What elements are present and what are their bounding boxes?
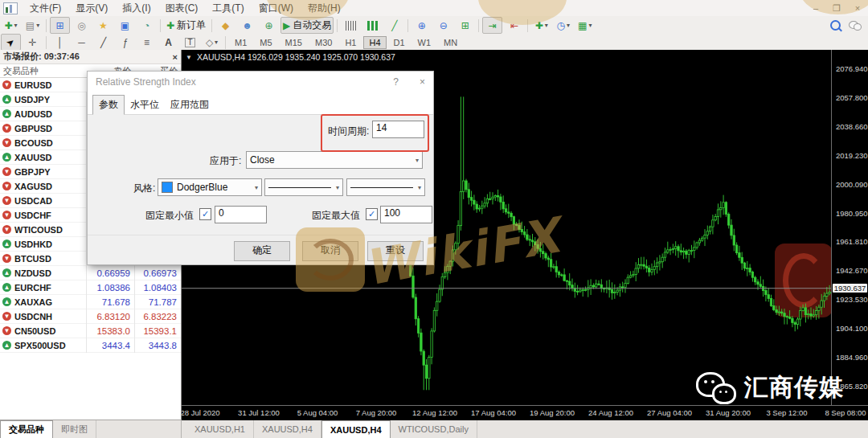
shapes-button[interactable]: ◇▾ bbox=[202, 34, 222, 51]
dialog-tab-参数[interactable]: 参数 bbox=[92, 95, 125, 115]
chat-bubbles-icon[interactable] bbox=[849, 21, 862, 31]
timeframe-mn[interactable]: MN bbox=[438, 36, 463, 49]
close-icon[interactable]: × bbox=[173, 52, 178, 62]
market-watch-row[interactable]: ▲NZDUSD0.669590.66973 bbox=[0, 266, 181, 280]
dialog-tab-应用范围[interactable]: 应用范围 bbox=[165, 96, 215, 114]
hline-button[interactable]: ─ bbox=[72, 34, 92, 51]
dialog-tab-水平位[interactable]: 水平位 bbox=[125, 96, 165, 114]
search-icon[interactable] bbox=[830, 20, 841, 31]
data-window-button[interactable]: ◎ bbox=[72, 17, 92, 34]
apply-to-select[interactable]: Close ▾ bbox=[246, 151, 423, 169]
fibonacci-icon: ƒ bbox=[122, 38, 128, 47]
terminal-button[interactable]: ▣ bbox=[115, 17, 135, 34]
fixed-max-checkbox[interactable]: ✓ bbox=[366, 208, 378, 220]
market-watch-row[interactable]: ▼CN50USD15383.015393.1 bbox=[0, 324, 181, 338]
new-chart-button[interactable]: ✚▾ bbox=[1, 17, 21, 34]
history-center-button[interactable]: ◆ bbox=[215, 17, 235, 34]
market-watch-row[interactable]: ▲EURCHF1.083861.08403 bbox=[0, 280, 181, 295]
crosshair-button[interactable]: ✛ bbox=[23, 34, 43, 51]
tile-windows-button[interactable]: ⊞ bbox=[455, 17, 475, 34]
vline-button[interactable]: │ bbox=[50, 34, 70, 51]
menu-item-6[interactable]: 帮助(H) bbox=[301, 0, 348, 17]
panel-tab-即时图[interactable]: 即时图 bbox=[53, 420, 96, 438]
channels-button[interactable]: ≡ bbox=[137, 34, 157, 51]
strategy-tester-button[interactable]: ◔ bbox=[137, 17, 157, 34]
market-watch-row[interactable]: ▼USDCNH6.831206.83223 bbox=[0, 309, 181, 324]
toolbar-separator bbox=[46, 19, 47, 32]
autotrading-button[interactable]: ▶自动交易 bbox=[280, 17, 334, 34]
restore-button[interactable]: ❐ bbox=[826, 2, 847, 14]
metaeditor-button[interactable]: ☻ bbox=[237, 17, 257, 34]
market-watch-row[interactable]: ▲SPX500USD3443.43443.8 bbox=[0, 338, 181, 353]
time-axis[interactable]: 28 Jul 202031 Jul 12:005 Aug 04:007 Aug … bbox=[182, 405, 868, 420]
ok-button[interactable]: 确定 bbox=[234, 241, 290, 261]
close-icon[interactable]: × bbox=[420, 76, 425, 88]
chart-tab-1[interactable]: XAUUSD,H4 bbox=[254, 420, 321, 438]
toolbar-separator bbox=[478, 19, 479, 32]
timeframe-w1[interactable]: W1 bbox=[412, 36, 437, 49]
timeframe-m1[interactable]: M1 bbox=[229, 36, 252, 49]
timeframe-h1[interactable]: H1 bbox=[339, 36, 362, 49]
fixed-max-input[interactable]: 100 bbox=[380, 206, 432, 223]
collapse-icon[interactable]: ▼ bbox=[186, 54, 192, 61]
fixed-min-checkbox[interactable]: ✓ bbox=[199, 208, 211, 220]
minimize-button[interactable]: – bbox=[805, 2, 826, 14]
panel-tab-交易品种[interactable]: 交易品种 bbox=[0, 420, 53, 438]
plus-doc-icon: ✚ bbox=[166, 21, 174, 31]
community-button[interactable]: ⊕ bbox=[259, 17, 279, 34]
new-order-button[interactable]: ✚新订单 bbox=[164, 17, 208, 34]
templates-button[interactable]: ▦▾ bbox=[575, 17, 595, 34]
timeframe-m5[interactable]: M5 bbox=[254, 36, 277, 49]
down-arrow-icon: ▼ bbox=[2, 254, 11, 263]
indicators-button[interactable]: ✚▾ bbox=[531, 17, 551, 34]
timeframe-h4[interactable]: H4 bbox=[363, 36, 386, 49]
timeframe-d1[interactable]: D1 bbox=[388, 36, 411, 49]
auto-scroll-button[interactable]: ⇥ bbox=[482, 17, 502, 34]
menu-item-4[interactable]: 工具(T) bbox=[205, 0, 251, 17]
cancel-button[interactable]: 取消 bbox=[302, 241, 358, 261]
up-arrow-icon: ▲ bbox=[2, 95, 11, 104]
navigator-button[interactable]: ★ bbox=[93, 17, 113, 34]
line-chart-button[interactable]: ╱ bbox=[384, 17, 404, 34]
close-button[interactable]: × bbox=[847, 2, 868, 14]
menu-item-0[interactable]: 文件(F) bbox=[23, 0, 68, 17]
trendline-button[interactable]: ╱ bbox=[93, 34, 113, 51]
chart-tab-0[interactable]: XAUUSD,H1 bbox=[186, 420, 254, 438]
menu-item-5[interactable]: 窗口(W) bbox=[252, 0, 301, 17]
help-icon[interactable]: ? bbox=[393, 76, 399, 88]
line-width-select[interactable]: ▾ bbox=[346, 178, 425, 196]
style-color-select[interactable]: DodgerBlue ▾ bbox=[158, 178, 262, 196]
bar-chart-button[interactable] bbox=[341, 17, 361, 34]
cursor-button[interactable]: ➤ bbox=[1, 34, 21, 51]
zoom-out-button[interactable]: ⊖ bbox=[433, 17, 453, 34]
play-icon: ▶ bbox=[283, 21, 290, 31]
menu-item-2[interactable]: 插入(I) bbox=[115, 0, 158, 17]
profiles-button[interactable]: ▤▾ bbox=[23, 17, 43, 34]
chart-tab-2[interactable]: XAUUSD,H4 bbox=[321, 420, 391, 438]
market-watch-button[interactable]: ⊞ bbox=[50, 17, 70, 34]
text-label-button[interactable]: T bbox=[180, 34, 200, 51]
reset-button[interactable]: 重设 bbox=[367, 241, 424, 261]
chart-tab-3[interactable]: WTICOUSD,Daily bbox=[391, 420, 477, 438]
menu-item-1[interactable]: 显示(V) bbox=[68, 0, 115, 17]
candle-chart-button[interactable] bbox=[362, 17, 383, 34]
fibonacci-button[interactable]: ƒ bbox=[115, 34, 135, 51]
zoom-in-button[interactable]: ⊕ bbox=[411, 17, 432, 34]
fixed-min-input[interactable]: 0 bbox=[215, 206, 267, 223]
symbol-cell: ▼GBPUSD bbox=[0, 124, 86, 133]
symbol-name: XAUXAG bbox=[14, 297, 52, 307]
chevron-down-icon: ▾ bbox=[255, 184, 258, 191]
indicators-icon: ✚ bbox=[535, 21, 543, 31]
symbol-name: BCOUSD bbox=[14, 138, 53, 148]
timeframe-m30[interactable]: M30 bbox=[309, 36, 338, 49]
timeframe-buttons: M1M5M15M30H1H4D1W1MN bbox=[228, 36, 464, 49]
timeframe-m15[interactable]: M15 bbox=[280, 36, 308, 49]
periods-button[interactable]: ◷▾ bbox=[553, 17, 573, 34]
column-symbol[interactable]: 交易品种 bbox=[0, 65, 86, 77]
text-button[interactable]: A bbox=[158, 34, 178, 51]
price-axis[interactable]: 2076.9402057.8002038.6602019.2302000.090… bbox=[831, 50, 868, 406]
menu-item-3[interactable]: 图表(C) bbox=[158, 0, 206, 17]
market-watch-row[interactable]: ▲XAUXAG71.67871.787 bbox=[0, 295, 181, 309]
chart-shift-button[interactable]: ⇤ bbox=[504, 17, 524, 34]
line-style-select[interactable]: ▾ bbox=[264, 178, 343, 196]
